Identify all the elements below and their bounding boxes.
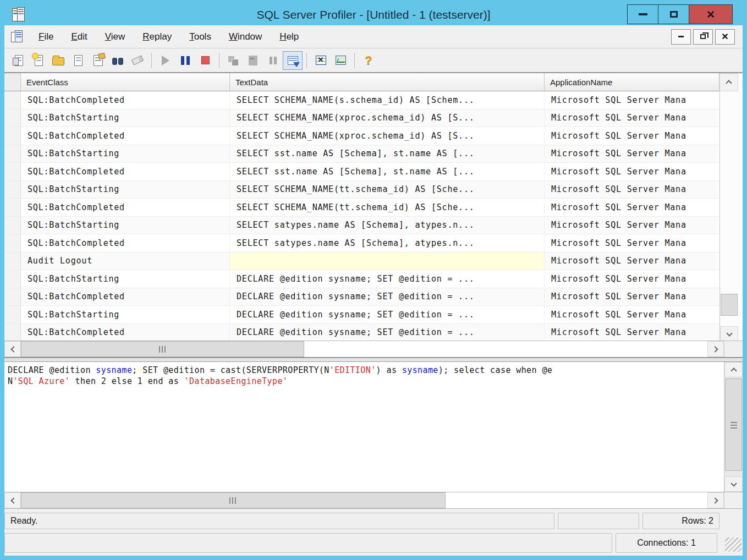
cell-eventclass: SQL:BatchCompleted (21, 127, 230, 145)
clear-trace-button[interactable] (128, 51, 147, 70)
row-selector (4, 217, 21, 234)
pane-splitter[interactable] (4, 358, 743, 362)
table-row[interactable]: SQL:BatchCompletedSELECT SCHEMA_NAME(s.s… (4, 91, 719, 109)
auto-scroll-button[interactable] (283, 51, 303, 70)
table-row[interactable]: SQL:BatchStartingDECLARE @edition sysnam… (4, 306, 719, 324)
grid-hscroll-thumb[interactable] (21, 341, 304, 357)
table-row[interactable]: SQL:BatchCompletedSELECT SCHEMA_NAME(tt.… (4, 199, 719, 217)
sql-text-line: N'SQL Azure' then 2 else 1 end as 'Datab… (8, 376, 723, 387)
grid-hscroll-track[interactable] (304, 341, 707, 357)
cell-applicationname: Microsoft SQL Server Mana (545, 91, 719, 109)
stop-trace-button[interactable] (195, 51, 215, 70)
child-restore-icon (700, 34, 706, 39)
close-button[interactable]: ✕ (689, 4, 733, 24)
help-icon: ? (365, 53, 372, 68)
auto-scroll-icon (288, 56, 298, 65)
grid-hscroll-right-button[interactable] (707, 341, 724, 357)
cell-eventclass: SQL:BatchCompleted (21, 163, 230, 180)
column-header-eventclass[interactable]: EventClass (21, 73, 230, 91)
menu-item-tools[interactable]: Tools (183, 28, 218, 46)
cell-textdata: DECLARE @edition sysname; SET @edition =… (230, 288, 545, 306)
table-row[interactable]: Audit LogoutMicrosoft SQL Server Mana (4, 252, 719, 271)
detail-hscroll-track[interactable] (446, 492, 707, 508)
open-folder-button[interactable] (48, 51, 68, 70)
start-trace-button[interactable] (156, 51, 175, 70)
table-row[interactable]: SQL:BatchCompletedDECLARE @edition sysna… (4, 288, 719, 306)
grid-vscroll-down-button[interactable] (720, 326, 738, 341)
row-selector (4, 91, 21, 109)
toggle-breakpoint-button[interactable] (263, 51, 283, 70)
cell-applicationname: Microsoft SQL Server Mana (545, 306, 719, 323)
grouped-view-button[interactable] (311, 51, 331, 70)
table-row[interactable]: SQL:BatchStartingSELECT satypes.name AS … (4, 217, 719, 235)
find-icon (112, 57, 124, 65)
row-selector (4, 109, 21, 127)
open-trace-table-icon (15, 55, 23, 66)
child-close-button[interactable]: ✕ (715, 29, 735, 45)
column-header-textdata[interactable]: TextData (230, 73, 545, 91)
aggregated-view-button[interactable] (331, 51, 350, 70)
detail-vscroll-down-button[interactable] (724, 476, 743, 492)
menu-item-replay[interactable]: Replay (136, 28, 178, 46)
table-row[interactable]: SQL:BatchStartingSELECT SCHEMA_NAME(tt.s… (4, 181, 719, 199)
detail-vertical-scrollbar[interactable] (724, 362, 743, 492)
table-row[interactable]: SQL:BatchCompletedDECLARE @edition sysna… (4, 324, 719, 341)
new-trace-button[interactable] (29, 51, 48, 70)
grid-vscroll-track[interactable] (720, 91, 738, 326)
menu-item-edit[interactable]: Edit (64, 28, 94, 46)
table-row[interactable]: SQL:BatchStartingDECLARE @edition sysnam… (4, 270, 719, 288)
detail-vscroll-up-button[interactable] (724, 362, 743, 377)
table-row[interactable]: SQL:BatchStartingSELECT SCHEMA_NAME(xpro… (4, 109, 719, 128)
menu-item-view[interactable]: View (98, 28, 132, 46)
sql-text-view[interactable]: DECLARE @edition sysname; SET @edition =… (4, 362, 724, 492)
cell-eventclass: SQL:BatchCompleted (21, 91, 230, 109)
grid-vertical-scrollbar[interactable] (719, 91, 738, 341)
detail-vscroll-thumb[interactable] (725, 378, 742, 471)
table-row[interactable]: SQL:BatchCompletedSELECT sst.name AS [Sc… (4, 163, 719, 181)
table-row[interactable]: SQL:BatchStartingSELECT sst.name AS [Sch… (4, 145, 719, 163)
maximize-button[interactable] (658, 4, 689, 24)
table-row[interactable]: SQL:BatchCompletedSELECT SCHEMA_NAME(xpr… (4, 127, 719, 145)
resize-grip[interactable] (725, 537, 741, 552)
detail-vscroll-track[interactable] (724, 377, 743, 476)
trace-properties-button[interactable] (88, 51, 108, 70)
run-to-cursor-button[interactable] (243, 51, 263, 70)
cell-applicationname: Microsoft SQL Server Mana (545, 252, 719, 270)
grid-vscroll-thumb[interactable] (721, 294, 738, 316)
save-trace-button[interactable] (68, 51, 88, 70)
pause-trace-icon (181, 56, 190, 65)
toolbar-separator (306, 53, 307, 68)
menu-item-help[interactable]: Help (273, 28, 305, 46)
sql-server-profiler-window: SQL Server Profiler - [Untitled - 1 (tes… (0, 0, 747, 560)
column-header-applicationname[interactable]: ApplicationName (545, 73, 719, 91)
find-button[interactable] (108, 51, 128, 70)
execute-one-step-button[interactable] (223, 51, 243, 70)
pause-trace-button[interactable] (175, 51, 195, 70)
run-to-cursor-icon (249, 56, 257, 65)
table-row[interactable]: SQL:BatchCompletedSELECT satypes.name AS… (4, 234, 719, 252)
menu-item-window[interactable]: Window (222, 28, 268, 46)
cell-applicationname: Microsoft SQL Server Mana (545, 109, 719, 127)
detail-hscroll-right-button[interactable] (707, 492, 724, 508)
row-selector (4, 252, 21, 270)
detail-hscroll-thumb[interactable] (21, 492, 446, 508)
grid-vscroll-up-button[interactable] (719, 73, 738, 91)
minimize-button[interactable] (627, 4, 658, 24)
status-bar: Ready. Rows: 2 (4, 513, 743, 529)
grid-hscroll-left-button[interactable] (4, 341, 21, 357)
child-minimize-button[interactable] (671, 29, 691, 45)
child-restore-button[interactable] (693, 29, 713, 45)
scrollbar-grip (730, 421, 737, 429)
textdata-detail-pane: DECLARE @edition sysname; SET @edition =… (4, 362, 743, 509)
execute-one-step-icon (228, 56, 238, 65)
menu-item-file[interactable]: File (32, 28, 60, 46)
child-close-icon: ✕ (721, 31, 728, 42)
open-trace-table-button[interactable] (9, 51, 29, 70)
help-button[interactable]: ? (359, 51, 378, 70)
grid-horizontal-scrollbar[interactable] (4, 341, 743, 357)
trace-document-icon (11, 30, 23, 43)
detail-horizontal-scrollbar[interactable] (4, 492, 743, 508)
cell-textdata: SELECT sst.name AS [Schema], st.name AS … (230, 145, 545, 163)
cell-eventclass: SQL:BatchCompleted (21, 234, 230, 252)
detail-hscroll-left-button[interactable] (4, 492, 21, 508)
